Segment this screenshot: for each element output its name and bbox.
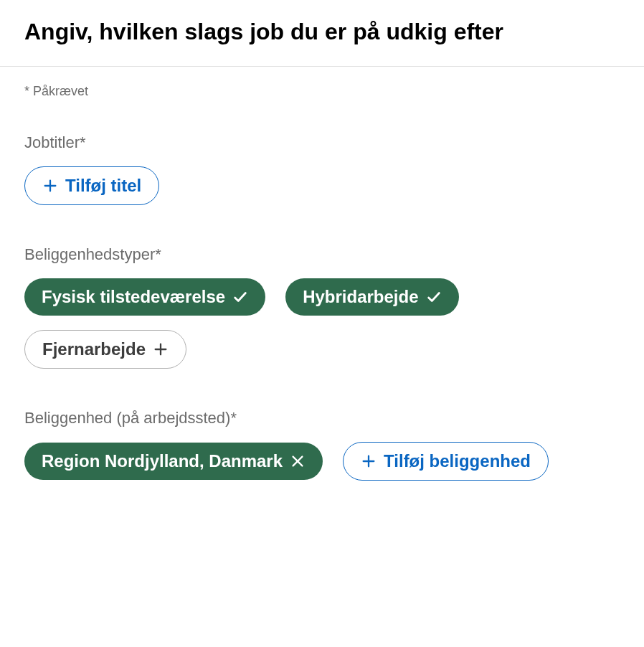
location-type-remote-label: Fjernarbejde [42,341,146,358]
location-types-label: Beliggenhedstyper* [24,245,620,264]
page-title: Angiv, hvilken slags job du er på udkig … [24,17,620,47]
required-hint: * Påkrævet [24,84,620,99]
location-label: Beliggenhed (på arbejdssted)* [24,409,620,428]
location-type-hybrid-label: Hybridarbejde [303,288,418,306]
job-titles-label: Jobtitler* [24,133,620,152]
check-icon [232,289,248,305]
location-type-onsite-label: Fysisk tilstedeværelse [42,288,225,306]
section-location: Beliggenhed (på arbejdssted)* Region Nor… [24,409,620,481]
add-location-button[interactable]: Tilføj beliggenhed [343,442,549,481]
plus-icon [361,453,377,469]
section-job-titles: Jobtitler* Tilføj titel [24,133,620,205]
add-location-label: Tilføj beliggenhed [384,453,531,470]
plus-icon [42,178,58,194]
add-title-label: Tilføj titel [65,177,141,194]
location-type-remote[interactable]: Fjernarbejde [24,330,186,369]
location-type-hybrid[interactable]: Hybridarbejde [285,278,458,316]
location-type-onsite[interactable]: Fysisk tilstedeværelse [24,278,265,316]
location-chip[interactable]: Region Nordjylland, Danmark [24,443,323,480]
header-divider [0,66,644,67]
location-chip-label: Region Nordjylland, Danmark [42,453,283,470]
plus-icon [153,341,169,357]
section-location-types: Beliggenhedstyper* Fysisk tilstedeværels… [24,245,620,369]
add-title-button[interactable]: Tilføj titel [24,166,159,205]
close-icon[interactable] [290,453,306,469]
check-icon [426,289,442,305]
